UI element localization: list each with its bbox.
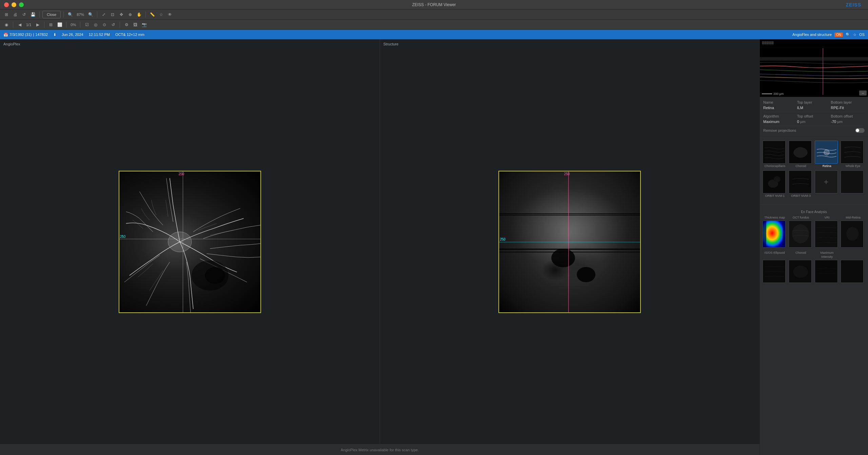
pan-btn[interactable]: ✋ [135,11,143,18]
maximize-btn[interactable] [19,2,24,7]
structure-label: Structure [383,42,399,46]
chorio-tab[interactable]: Choriocapillaris [763,141,787,168]
structure-scan-image[interactable]: 250 250 [498,171,641,313]
search-icon[interactable]: 🔍 [846,33,850,37]
select-btn[interactable]: ⊕ [126,11,134,18]
layer-tabs-section: Choriocapillaris Choroid [760,138,868,203]
expand-btn[interactable]: ⊡ [109,11,116,18]
ef-label-isos: IS/OS Ellipsoid [763,250,787,254]
save-btn[interactable]: 💾 [29,11,37,18]
orbit3-svg [789,171,812,193]
oct-header: ||||||||||||||| [760,39,868,46]
max-int-svg [815,260,838,283]
minimize-btn[interactable] [12,2,16,7]
svg-point-0 [168,232,191,252]
circle-btn[interactable]: ◉ [3,21,10,28]
orbit-nvm3-tab[interactable]: ORBIT NVM-3 [789,170,813,198]
nav-next-btn[interactable]: ▶ [34,21,41,28]
grid-btn[interactable]: ⊞ [3,11,10,18]
layout-btn[interactable]: ⊞ [47,21,55,28]
oct-header-label: ||||||||||||||| [762,41,774,44]
whole-eye-tab[interactable]: Whole Eye [841,141,865,168]
patient-save[interactable]: ⬇ [53,33,56,37]
whole-eye-svg [841,141,864,164]
tb-circle2[interactable]: ⊙ [101,21,108,28]
choroid-tab[interactable]: Choroid [789,141,813,168]
bottom-offset-header: Bottom offset [831,114,865,118]
svg-rect-16 [763,221,786,248]
mid-retina-img [841,221,864,248]
empty-ef [841,260,865,283]
close-btn[interactable]: Close [42,11,61,18]
angio-scan-image[interactable]: 250 250 [119,171,261,313]
nav-prev-btn[interactable]: ◀ [16,21,23,28]
label-left-250-left: 250 [120,235,126,239]
tb-img1[interactable]: 🖼 [132,21,139,28]
layer-divider1 [763,112,865,112]
measure-btn[interactable]: 📏 [149,11,156,18]
enface-divider [760,204,868,205]
orbit-nvm1-img [763,170,786,193]
window-controls[interactable] [4,2,24,7]
thickness-thumb-img [763,221,786,248]
retina-label: Retina [815,164,840,168]
tb-reset[interactable]: ↺ [110,21,117,28]
choroid2-thumb[interactable] [789,260,813,283]
oct-scale-label: 200 µm [773,92,784,96]
fit-btn[interactable]: ⤢ [100,11,107,18]
eye-btn[interactable]: 👁 [166,11,174,18]
save-icon: ⬇ [53,33,56,37]
algo-header: Algorithm [763,114,797,118]
star-btn[interactable]: ☆ [157,11,165,18]
zoom-out-btn[interactable]: 🔍 [87,11,94,18]
band1 [499,213,640,214]
print-btn[interactable]: 🖨 [12,11,19,18]
zoom-in-btn[interactable]: 🔍 [66,11,74,18]
layer-info: Name Top layer Bottom layer Retina ILM R… [760,97,868,138]
oct-scale-bar: 200 µm [762,92,784,96]
remove-projections-row: Remove projections [763,128,865,133]
layer-value-row: Retina ILM RPE-Fit [763,106,865,110]
top-offset-unit: µm [800,120,806,124]
orbit-nvm1-tab[interactable]: ORBIT NVM-1 [763,170,787,198]
oct-image[interactable]: 200 µm ↔ [760,46,868,97]
top-offset-header: Top offset [797,114,831,118]
retina-tab[interactable]: Retina [815,141,840,168]
move-btn[interactable]: ✥ [118,11,125,18]
sep5 [13,22,13,28]
max-intensity-img [815,260,838,283]
zeiss-logo: ZEISS [846,2,861,7]
oct-fundus-thumb[interactable] [789,221,813,248]
orbit-plus-tab[interactable]: + [815,170,840,198]
band3 [499,249,640,250]
on-badge: ON [834,33,843,37]
orbit-plus-img: + [815,170,838,193]
right-sidebar: ||||||||||||||| [760,39,868,455]
close-window-btn[interactable] [4,2,9,7]
vri-thumb[interactable] [815,221,840,248]
remove-projections-toggle[interactable] [855,128,865,133]
thickness-map-thumb[interactable] [763,221,787,248]
refresh-btn[interactable]: ↺ [20,11,28,18]
tb-checkbox[interactable]: ☑ [83,21,91,28]
orbit-nvm3-img [789,170,812,193]
enface-analysis-title: En Face Analysis [763,209,865,215]
main-layout: AngioPlex [0,39,868,455]
ef-label-mid: Mid-Retina [841,215,865,219]
tb-btn1[interactable]: ⬜ [56,21,63,28]
oct-fundus-img [789,221,812,248]
toolbar-row2: ◉ ◀ 1/1 ▶ ⊞ ⬜ 0% ☑ ◎ ⊙ ↺ ⚙ 🖼 📷 [0,20,868,30]
max-intensity-thumb[interactable] [815,260,840,283]
tb-img2[interactable]: 📷 [140,21,148,28]
mid-retina-thumb[interactable] [841,221,865,248]
angio-label: AngioFlex and structure [792,33,832,37]
svg-point-26 [793,266,808,278]
tb-eye2[interactable]: ◎ [92,21,99,28]
patient-date: Jun 26, 2024 [62,33,83,37]
bottom-message-bar: AngioPlex Metrix unavailable for this sc… [0,444,760,455]
svg-rect-17 [763,221,766,248]
tb-gear[interactable]: ⚙ [123,21,130,28]
star-icon2[interactable]: ☆ [853,33,856,37]
oct-expand-btn[interactable]: ↔ [859,90,867,96]
isos-thumb[interactable] [763,260,787,283]
